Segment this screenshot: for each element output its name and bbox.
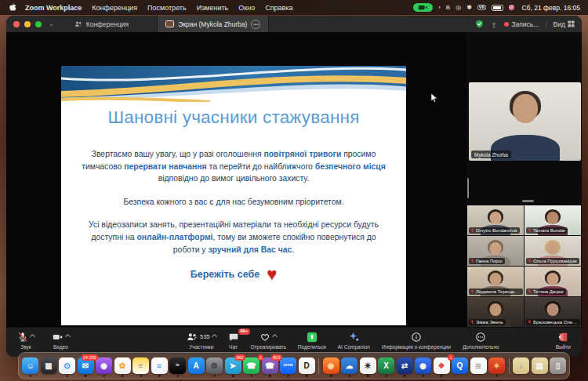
- dock-icon-dictionary[interactable]: D: [299, 357, 315, 374]
- next-page-icon[interactable]: ›: [577, 266, 579, 274]
- menu-item[interactable]: Справка: [265, 4, 292, 12]
- recording-indicator[interactable]: Запись...: [504, 20, 539, 28]
- zoom-window-button[interactable]: [35, 21, 42, 27]
- participant-tile[interactable]: Ольга Пурцхванідзе: [524, 236, 581, 266]
- chevron-up-icon[interactable]: [30, 334, 35, 339]
- apple-menu-icon[interactable]: [8, 2, 16, 13]
- dock-icon-app-store[interactable]: A: [188, 357, 205, 374]
- participant-tile[interactable]: Tamara Bondar: [524, 205, 581, 235]
- close-window-button[interactable]: [13, 21, 20, 27]
- panel-scrollbar[interactable]: [467, 178, 469, 198]
- react-button[interactable]: Отреагировать: [251, 331, 286, 350]
- speaker-video-tile[interactable]: Mykola Zhurba: [469, 82, 581, 161]
- chevron-up-icon[interactable]: [272, 334, 278, 339]
- dock-icon-trash[interactable]: ▯: [550, 357, 566, 374]
- camera-icon: [52, 332, 64, 343]
- running-indicator: [287, 375, 289, 377]
- dock-icon-zoom[interactable]: zoom: [280, 357, 296, 374]
- chat-badge: 99+: [238, 328, 250, 335]
- menu-item[interactable]: Zoom Workplace: [25, 4, 82, 12]
- participant-name-label: Брюховецька Олекса...: [526, 319, 580, 325]
- tab-screen-share[interactable]: Экран (Mykola Zhurba) •••: [157, 16, 269, 32]
- slide-paragraph: Звертаємо вашу увагу, що у разі оголошен…: [79, 148, 388, 185]
- dock-icon-system-settings[interactable]: ⚙: [206, 357, 223, 374]
- dock-icon-photos[interactable]: ✿: [114, 357, 131, 374]
- dock-icon-apple-tv[interactable]: tv: [169, 357, 186, 374]
- menu-item[interactable]: Изменить: [197, 4, 229, 12]
- dock-icon-mail[interactable]: ✉14 205: [78, 357, 94, 374]
- dock-icon-folder-downloads[interactable]: ↓: [513, 357, 529, 374]
- dock-icon-finder[interactable]: ☺: [22, 357, 38, 374]
- people-icon: [74, 20, 82, 27]
- speaker-name-label: Mykola Zhurba: [471, 151, 511, 158]
- chevron-down-icon[interactable]: ⌄: [49, 20, 54, 27]
- dock-icon-teamviewer[interactable]: ⇄: [397, 357, 413, 374]
- more-button[interactable]: Дополнительно: [463, 331, 499, 350]
- tab-meeting[interactable]: Конференция: [67, 16, 136, 32]
- video-button[interactable]: Видео: [52, 331, 70, 350]
- dock-icon-speaker-app[interactable]: ◉: [415, 357, 431, 374]
- slide-paragraph: Усі відеозаписи занять, презентаційні ма…: [79, 219, 388, 256]
- participant-tile[interactable]: Dmytro Bondarchuk: [467, 205, 524, 235]
- vk-badge-icon[interactable]: VK: [477, 5, 487, 11]
- dock-icon-folder-documents[interactable]: ▤: [532, 357, 548, 374]
- zoom-window: ⌄ Конференция Экран (Mykola Zhurba) ••• …: [6, 16, 582, 357]
- audio-button[interactable]: Звук: [17, 331, 34, 350]
- menu-item[interactable]: Посмотреть: [147, 4, 187, 12]
- key-icon[interactable]: ✱: [466, 5, 472, 11]
- input-switcher-icon[interactable]: ‹: [438, 5, 441, 11]
- running-indicator: [176, 375, 179, 377]
- minimize-window-button[interactable]: [24, 21, 31, 27]
- slide-title: Шановні учасники стажування: [61, 107, 406, 128]
- menu-item[interactable]: Конференция: [92, 4, 137, 12]
- notification-badge: 1: [448, 354, 453, 361]
- dock-icon-safari[interactable]: ⊙: [59, 357, 75, 374]
- meeting-info-button[interactable]: Информация о конференции: [382, 331, 451, 350]
- menu-item[interactable]: Окно: [238, 4, 255, 12]
- ai-companion-button[interactable]: AI Companion: [338, 331, 370, 350]
- microphone-muted-icon: [528, 320, 532, 325]
- chevron-up-icon[interactable]: [211, 334, 216, 339]
- participants-button[interactable]: 535 Участники: [187, 331, 216, 350]
- participant-tile[interactable]: Людмила Терещенко: [467, 267, 524, 296]
- tab-options-icon[interactable]: •••: [251, 20, 260, 29]
- dock-icon-whatsapp[interactable]: ☎1: [243, 357, 260, 374]
- dock-icon-telegram[interactable]: ➤382: [225, 357, 241, 374]
- dock-icon-weather[interactable]: ≈: [151, 357, 168, 374]
- leave-meeting-button[interactable]: Выйти: [556, 331, 571, 350]
- dock-icon-pinwheel-app[interactable]: ❖1: [434, 357, 450, 374]
- dock-icon-podcasts[interactable]: ◉: [96, 357, 112, 374]
- dock-icon-chatgpt[interactable]: ✳: [360, 357, 376, 374]
- share-screen-button[interactable]: Поделиться: [298, 331, 326, 350]
- dock-icon-redstar-app[interactable]: ✶: [488, 357, 505, 374]
- participant-name-label: Людмила Терещенко: [469, 288, 523, 295]
- bold-b-icon[interactable]: B: [446, 5, 450, 11]
- participant-name-label: Эмма Эвель: [469, 319, 506, 325]
- menu-bar-clock[interactable]: Сб, 21 февр. 16:05: [521, 4, 580, 12]
- dock-icon-excel[interactable]: X: [378, 357, 394, 374]
- screen-recording-indicator-icon[interactable]: [413, 3, 433, 12]
- target-icon[interactable]: ◎: [456, 5, 461, 11]
- dock-icon-quicktime[interactable]: Q: [452, 357, 468, 374]
- dock-icon-notes[interactable]: ≡: [132, 357, 149, 374]
- participant-tile[interactable]: Брюховецька Олекса...: [524, 297, 581, 327]
- battery-icon[interactable]: [492, 5, 503, 11]
- dock-icon-cloud-app[interactable]: ☁: [341, 357, 358, 374]
- pink-dot-icon[interactable]: [509, 5, 514, 10]
- dock-icon-browser-orange[interactable]: ◉: [323, 357, 339, 374]
- chevron-up-icon[interactable]: [65, 334, 71, 339]
- chat-button[interactable]: 99+ Чат: [228, 331, 239, 350]
- participant-tile[interactable]: Эмма Эвель: [467, 297, 524, 327]
- dock-icon-viber[interactable]: ☎803: [262, 357, 278, 374]
- panel-drag-handle[interactable]: [522, 200, 534, 202]
- view-button[interactable]: Вид: [554, 20, 575, 28]
- dock-icon-textedit[interactable]: ≣: [470, 357, 487, 374]
- participant-tile[interactable]: Тетяна Дацюк: [524, 267, 581, 296]
- previous-page-icon[interactable]: ‹: [469, 266, 471, 274]
- participant-name-label: Тетяна Дацюк: [526, 288, 566, 295]
- dock-icon-launchpad[interactable]: ▦: [41, 357, 57, 374]
- participant-tile[interactable]: Ганна Пирог: [467, 236, 524, 266]
- audio-settings-icon[interactable]: [490, 20, 498, 28]
- video-panel: Mykola Zhurba Dmytro BondarchukTamara Bo…: [466, 32, 582, 328]
- security-shield-icon[interactable]: [475, 20, 484, 28]
